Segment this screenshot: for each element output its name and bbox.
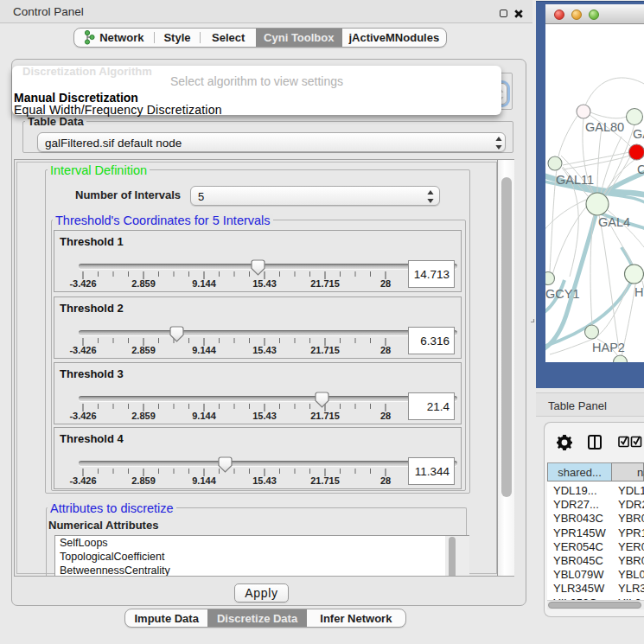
svg-text:GCY1: GCY1: [545, 287, 580, 301]
svg-text:GAL4: GAL4: [598, 215, 630, 229]
svg-text:HAP2: HAP2: [592, 341, 625, 354]
svg-text:GA: GA: [633, 127, 644, 141]
svg-text:C: C: [637, 163, 644, 176]
svg-text:GAL11: GAL11: [556, 173, 594, 187]
svg-text:H: H: [634, 285, 643, 299]
svg-text:GAL80: GAL80: [585, 120, 624, 134]
